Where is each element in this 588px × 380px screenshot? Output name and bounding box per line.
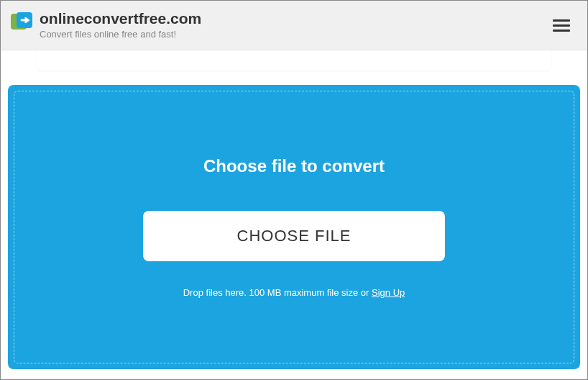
dropzone-title: Choose file to convert: [203, 156, 385, 176]
content-area: Choose file to convert CHOOSE FILE Drop …: [1, 50, 587, 376]
header: onlineconvertfree.com Convert files onli…: [1, 1, 587, 50]
signup-link[interactable]: Sign Up: [372, 287, 405, 298]
white-strip: [37, 50, 551, 71]
site-name: onlineconvertfree.com: [40, 9, 201, 27]
dropzone[interactable]: Choose file to convert CHOOSE FILE Drop …: [8, 85, 580, 369]
choose-file-button[interactable]: CHOOSE FILE: [143, 211, 445, 261]
brand-text: onlineconvertfree.com Convert files onli…: [40, 9, 201, 40]
logo-icon: [11, 11, 34, 34]
tagline: Convert files online free and fast!: [40, 29, 201, 40]
helper-prefix: Drop files here. 100 MB maximum file siz…: [183, 287, 372, 298]
helper-text: Drop files here. 100 MB maximum file siz…: [183, 287, 405, 298]
dropzone-inner: Choose file to convert CHOOSE FILE Drop …: [14, 91, 574, 363]
brand[interactable]: onlineconvertfree.com Convert files onli…: [11, 9, 201, 40]
hamburger-menu-icon[interactable]: [550, 14, 573, 37]
